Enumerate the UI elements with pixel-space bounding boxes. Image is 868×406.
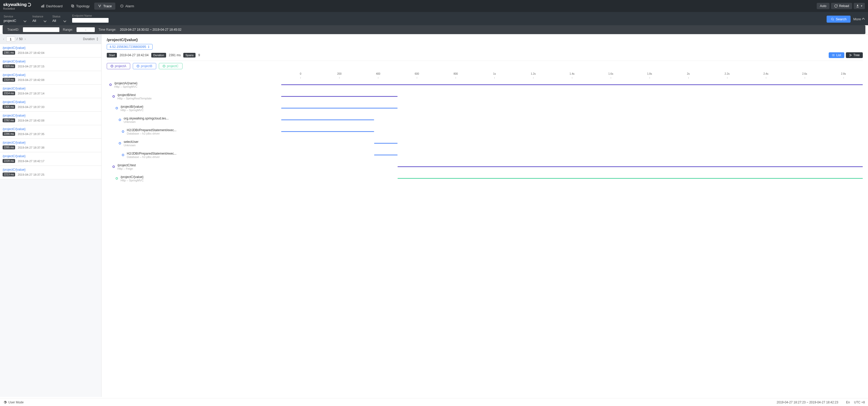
span-node-icon	[119, 119, 121, 121]
chevron-down-icon	[64, 19, 66, 22]
trace-item[interactable]: /projectC/{value}2391 ms2019-04-27 18:42…	[0, 44, 101, 58]
axis-tick: 1.4s	[553, 72, 591, 75]
duration-badge: 2314 ms	[3, 91, 15, 95]
sort-toggle[interactable]: Duration	[83, 37, 99, 41]
axis-tick: 2s	[669, 72, 708, 75]
spans-chip: Spans	[183, 53, 195, 58]
start-value: 2019-04-27 18:42:04	[120, 53, 148, 57]
span-row[interactable]: H2/JDBI/PreparedStatement/exec...Databas…	[107, 149, 863, 161]
page-input[interactable]	[6, 36, 15, 42]
span-row[interactable]: /projectB/{value}Http – SpringMVC	[107, 102, 863, 114]
prev-page[interactable]: ‹	[3, 37, 5, 41]
spans-value: 9	[198, 53, 200, 57]
svg-rect-0	[41, 6, 42, 7]
chevron-down-icon	[43, 19, 46, 22]
duration-badge: 2391 ms	[3, 51, 15, 55]
span-component: Unknown	[124, 120, 169, 123]
detail-title: /projectC/{value}	[107, 37, 863, 42]
filter-status[interactable]: Status All	[52, 15, 66, 23]
legend-dot-icon	[111, 65, 113, 67]
duration-badge: 2286 ms	[3, 132, 15, 136]
filter-service[interactable]: Service projectC	[4, 15, 26, 23]
trace-item[interactable]: /projectC/{value}2305 ms2019-04-27 18:37…	[0, 98, 101, 112]
auto-button[interactable]: Auto	[817, 3, 830, 9]
filter-instance[interactable]: Instance All	[32, 15, 46, 23]
span-bar	[374, 155, 397, 155]
nav-dashboard[interactable]: Dashboard	[37, 3, 66, 10]
traceid-input[interactable]	[23, 27, 59, 32]
duration-badge: 2328 ms	[3, 64, 15, 68]
range-input[interactable]	[76, 27, 95, 32]
trace-endpoint: /projectC/{value}	[3, 168, 99, 171]
trace-item[interactable]: /projectC/{value}2213 ms2019-04-27 18:37…	[0, 166, 101, 179]
nav-alarm[interactable]: Alarm	[116, 3, 138, 10]
trace-item[interactable]: /projectC/{value}2286 ms2019-04-27 18:37…	[0, 125, 101, 139]
legend-dot-icon	[163, 65, 165, 67]
endpoint-input[interactable]	[72, 18, 108, 23]
trace-time: 2019-04-27 18:37:33	[18, 105, 44, 108]
legend-projectC[interactable]: projectC	[159, 63, 183, 69]
svg-point-14	[832, 56, 833, 56]
span-row[interactable]: /projectC/{value}Http – SpringMVC	[107, 173, 863, 184]
list-view-button[interactable]: List	[829, 52, 844, 58]
span-row[interactable]: selectUserUnknown	[107, 137, 863, 149]
span-node-icon	[113, 95, 115, 98]
clock-icon	[120, 4, 124, 8]
trace-item[interactable]: /projectC/{value}2328 ms2019-04-27 18:37…	[0, 58, 101, 71]
nav-topology[interactable]: Topology	[67, 3, 93, 10]
filter-endpoint: Endpoint Name	[72, 14, 108, 23]
span-row[interactable]: org.skywalking.springcloud.tes...Unknown	[107, 114, 863, 126]
span-row[interactable]: /projectC/testHttp – Feign	[107, 161, 863, 173]
trace-time: 2019-04-27 18:37:38	[18, 146, 44, 149]
nav-label: Alarm	[125, 4, 134, 8]
range-label: Range:	[63, 28, 73, 31]
trace-endpoint: /projectC/{value}	[3, 127, 99, 131]
reload-button[interactable]: Reload	[831, 3, 852, 9]
search-icon	[831, 18, 834, 21]
trace-item[interactable]: /projectC/{value}2285 ms2019-04-27 18:37…	[0, 139, 101, 152]
more-toggle[interactable]: More	[853, 17, 864, 21]
svg-rect-2	[43, 5, 44, 7]
span-name: /projectA/{name}	[114, 82, 137, 85]
span-component: Http – Feign	[117, 167, 136, 170]
nav-trace[interactable]: Trace	[94, 3, 115, 10]
span-bar-area	[281, 155, 863, 156]
axis-tick: 800	[436, 72, 475, 75]
traceid-label: TraceID:	[7, 28, 19, 31]
span-name: /projectC/test	[117, 163, 136, 167]
span-node-icon	[116, 177, 118, 180]
span-name: selectUser	[124, 140, 138, 144]
legend-projectB[interactable]: projectB	[133, 63, 156, 69]
trace-id-select[interactable]: 4.52.15563617236800095	[107, 44, 153, 50]
trace-time: 2019-04-27 18:42:08	[18, 79, 44, 82]
trace-time: 2019-04-27 18:42:04	[18, 51, 44, 54]
trace-time: 2019-04-27 18:37:14	[18, 92, 44, 95]
list-header: ‹ / 50 › Duration	[0, 34, 101, 44]
span-bar-area	[281, 131, 863, 132]
start-chip: Start	[107, 53, 117, 58]
trace-item[interactable]: /projectC/{value}2292 ms2019-04-27 18:42…	[0, 112, 101, 125]
trace-list: ‹ / 50 › Duration /projectC/{value}2391 …	[0, 34, 101, 397]
nav: DashboardTopologyTraceAlarm	[37, 3, 138, 10]
time-range-label: Time Range:	[98, 28, 116, 31]
trace-item[interactable]: /projectC/{value}2314 ms2019-04-27 18:37…	[0, 85, 101, 98]
span-node-icon	[113, 165, 115, 168]
trace-item[interactable]: /projectC/{value}2318 ms2019-04-27 18:42…	[0, 71, 101, 85]
span-name: H2/JDBI/PreparedStatement/exec...	[127, 152, 177, 155]
search-button[interactable]: Search	[827, 15, 850, 23]
next-page[interactable]: ›	[24, 37, 26, 41]
span-row[interactable]: /projectA/{name}Http – SpringMVC	[107, 79, 863, 91]
span-row[interactable]: H2/JDBI/PreparedStatement/exec...Databas…	[107, 126, 863, 137]
span-rows: /projectA/{name}Http – SpringMVC/project…	[107, 79, 863, 184]
trace-endpoint: /projectC/{value}	[3, 100, 99, 104]
legend-projectA[interactable]: projectA	[107, 63, 130, 69]
time-range-value: 2019-04-27 18:30:02 ~ 2019-04-27 18:45:0…	[120, 28, 182, 31]
tree-view-button[interactable]: Tree	[846, 52, 863, 58]
user-icon	[856, 4, 860, 8]
trace-time: 2019-04-27 18:37:35	[18, 132, 44, 135]
user-menu[interactable]: ▼	[854, 3, 865, 9]
span-row[interactable]: /projectB/testHttp – SpringRestTemplate	[107, 91, 863, 102]
trace-detail: /projectC/{value} 4.52.15563617236800095…	[101, 34, 868, 397]
trace-item[interactable]: /projectC/{value}2228 ms2019-04-27 18:42…	[0, 152, 101, 166]
duration-badge: 2305 ms	[3, 105, 15, 109]
